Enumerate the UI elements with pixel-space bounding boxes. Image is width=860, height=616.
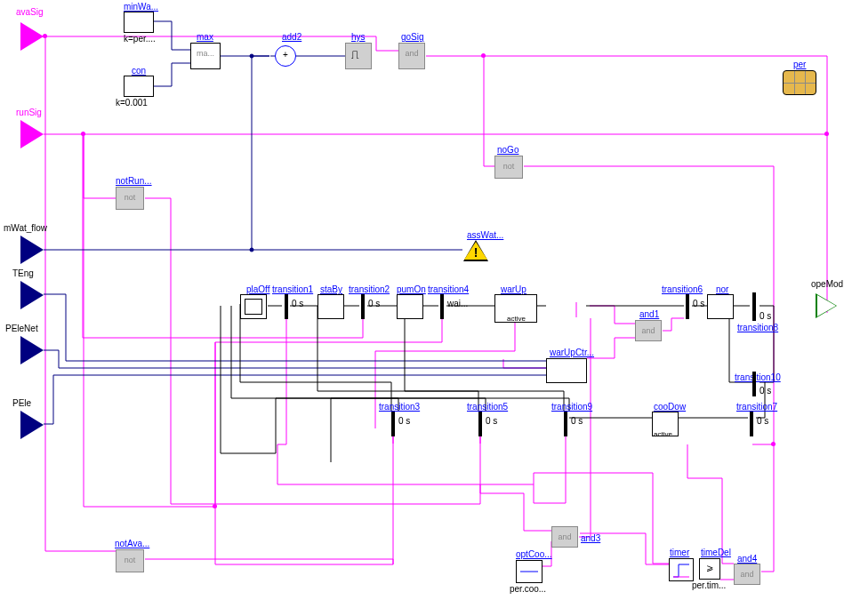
label-t7: transition7 — [736, 402, 777, 412]
block-and4[interactable]: and — [734, 564, 760, 585]
block-and3[interactable]: and — [551, 526, 578, 548]
label-and4: and4 — [737, 554, 757, 564]
block-pumOn[interactable] — [397, 294, 423, 319]
block-per[interactable] — [783, 70, 816, 95]
block-t5[interactable] — [478, 412, 482, 436]
label-con: con — [132, 66, 146, 76]
label-PEleNet: PEleNet — [5, 324, 38, 333]
label-PEle: PEle — [12, 398, 31, 408]
block-and1[interactable]: and — [635, 320, 662, 341]
label-t5-time: 0 s — [486, 416, 497, 426]
label-t2-time: 0 s — [368, 299, 380, 308]
block-minWa[interactable] — [124, 12, 154, 33]
label-pumOn: pumOn — [397, 284, 426, 294]
label-mWat-flow: mWat_flow — [4, 223, 47, 233]
const-icon — [517, 561, 542, 582]
block-t6[interactable] — [686, 294, 689, 319]
label-t9-time: 0 s — [571, 416, 583, 426]
junction-dot — [824, 132, 829, 136]
label-t10: transition10 — [735, 372, 781, 382]
block-t2[interactable] — [361, 294, 365, 319]
block-add2[interactable] — [275, 45, 296, 67]
block-con[interactable] — [124, 76, 154, 97]
block-t4[interactable] — [440, 294, 444, 319]
ge-icon: ⩾ — [700, 559, 719, 572]
label-t2: transition2 — [349, 284, 390, 294]
block-optCoo[interactable] — [516, 560, 543, 583]
label-and1: and1 — [639, 309, 659, 319]
label-timeDel-sub: per.tim... — [692, 580, 726, 590]
label-TEng: TEng — [12, 268, 34, 278]
label-t6: transition6 — [662, 284, 703, 294]
block-staBy[interactable] — [317, 294, 344, 319]
timer-icon — [670, 559, 693, 580]
label-per: per — [793, 60, 806, 69]
junction-dot — [213, 504, 217, 508]
label-cooDow: cooDow — [654, 402, 686, 412]
block-notRun[interactable]: not — [116, 187, 144, 210]
output-opeMod[interactable] — [816, 293, 837, 318]
label-minWa-k: k=per.... — [124, 34, 156, 44]
block-max[interactable]: ma... — [190, 43, 221, 69]
block-t8[interactable] — [752, 292, 756, 321]
label-notAva: notAva... — [115, 539, 149, 548]
junction-dot — [81, 132, 85, 136]
label-t3: transition3 — [379, 402, 420, 412]
label-avaSig: avaSig — [16, 7, 44, 17]
junction-dot — [481, 53, 486, 58]
input-mWat-flow[interactable] — [20, 236, 44, 264]
block-t7[interactable] — [750, 412, 753, 436]
hys-icon: ⎍ — [351, 47, 376, 61]
block-t10[interactable] — [752, 372, 756, 396]
label-notRun: notRun... — [116, 176, 152, 186]
junction-dot — [771, 442, 776, 446]
label-optCoo-sub: per.coo... — [510, 584, 546, 594]
svg-point-0 — [250, 248, 253, 252]
input-runSig[interactable] — [20, 120, 44, 148]
svg-point-1 — [250, 54, 253, 58]
input-TEng[interactable] — [20, 281, 44, 309]
block-assWat[interactable] — [463, 240, 488, 261]
label-staBy: staBy — [320, 284, 342, 294]
noGo-txt: not — [495, 156, 522, 171]
block-warUpCtr[interactable] — [546, 358, 587, 383]
label-t6-time: 0 s — [693, 299, 704, 308]
label-t10-time: 0 s — [760, 386, 771, 396]
block-t3[interactable] — [391, 412, 395, 436]
input-PEle[interactable] — [20, 411, 44, 439]
block-noGo[interactable]: not — [494, 156, 523, 179]
label-t1-time: 0 s — [292, 299, 303, 308]
label-max: max — [197, 32, 213, 42]
block-nor[interactable] — [707, 294, 734, 319]
block-t9[interactable] — [564, 412, 567, 436]
input-avaSig[interactable] — [20, 22, 44, 51]
label-timeDel: timeDel — [701, 548, 731, 557]
block-notAva[interactable]: not — [116, 549, 144, 572]
label-warUpCtr: warUpCtr... — [550, 348, 594, 357]
label-add2: add2 — [282, 32, 301, 42]
label-runSig: runSig — [16, 108, 42, 117]
label-opeMod: opeMod — [811, 279, 843, 289]
block-timeDel[interactable]: ⩾ — [699, 558, 720, 580]
label-assWat: assWat... — [467, 230, 503, 240]
label-hys: hys — [351, 32, 366, 42]
label-t8-time: 0 s — [760, 311, 771, 321]
block-goSig[interactable]: and — [398, 43, 425, 69]
input-PEleNet[interactable] — [20, 336, 44, 364]
block-hys[interactable]: ⎍ — [345, 43, 372, 69]
label-timer: timer — [670, 548, 689, 557]
label-t4-wai: wai... — [447, 299, 468, 308]
label-t3-time: 0 s — [398, 416, 410, 426]
label-goSig: goSig — [401, 32, 424, 42]
label-t8: transition8 — [737, 323, 778, 332]
block-t1[interactable] — [285, 294, 288, 319]
label-con-k: k=0.001 — [116, 98, 148, 108]
label-minWa: minWa... — [124, 2, 158, 12]
label-optCoo: optCoo... — [516, 549, 552, 559]
block-timer[interactable] — [669, 558, 694, 581]
label-t4: transition4 — [428, 284, 469, 294]
label-nor: nor — [716, 284, 728, 294]
block-plaOff[interactable] — [240, 294, 267, 319]
and1-txt: and — [636, 321, 661, 335]
notRun-txt: not — [117, 188, 143, 202]
